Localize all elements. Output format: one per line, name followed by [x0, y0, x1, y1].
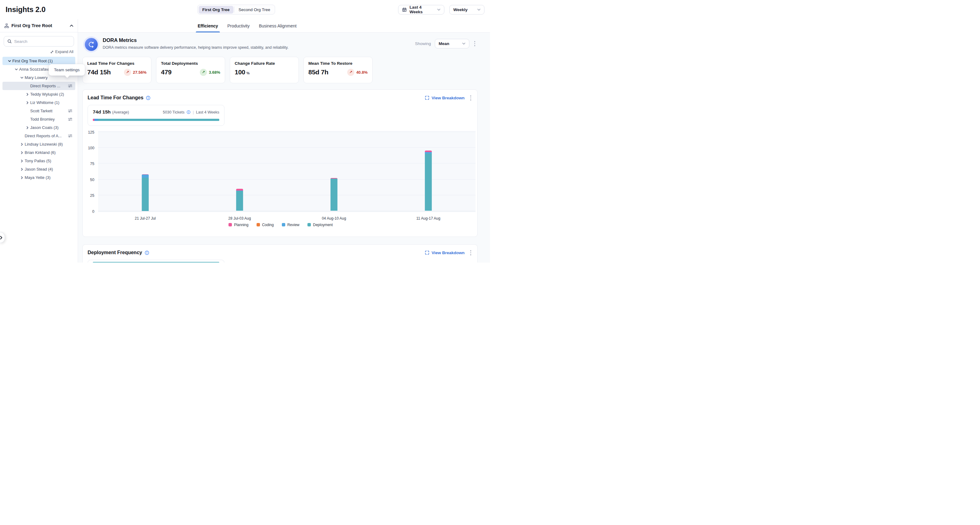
tree-expand-icon[interactable]	[19, 143, 25, 146]
collapse-sidebar-icon[interactable]	[70, 24, 73, 27]
tab-productivity[interactable]: Productivity	[227, 19, 250, 32]
tree-item-label: Direct Reports ...	[30, 84, 60, 88]
tree-expand-icon[interactable]	[19, 167, 25, 171]
showing-value: Mean	[439, 41, 450, 46]
trend-delta: 3.68%	[209, 70, 220, 75]
date-range-value: Last 4 Weeks	[409, 5, 432, 14]
metric-card: Lead Time For Changes74d 15h↗27.56%	[82, 57, 151, 83]
tab-business-alignment[interactable]: Business Alignment	[259, 19, 297, 32]
summary-bar-segment-deployment	[98, 119, 219, 121]
team-settings-icon[interactable]	[68, 108, 72, 113]
toggle-divider	[234, 6, 234, 13]
tree-expand-icon[interactable]	[25, 101, 30, 105]
trend-up-arrow-icon: ↗	[200, 69, 207, 76]
tree-item-label: Tony Pallas (5)	[25, 159, 51, 163]
tree-expand-icon[interactable]	[25, 92, 30, 96]
org-tree-toggle: First Org TreeSecond Org Tree	[197, 5, 275, 14]
chart-gridline	[98, 179, 476, 180]
legend-item-review[interactable]: Review	[282, 223, 299, 227]
metric-card: Mean Time To Restore85d 7h↗40.8%	[304, 57, 372, 83]
view-breakdown-button[interactable]: View Breakdown	[425, 95, 465, 100]
legend-swatch	[282, 223, 285, 226]
tree-expand-icon[interactable]	[19, 151, 25, 154]
org-toggle-second[interactable]: Second Org Tree	[235, 6, 274, 14]
legend-label: Planning	[234, 223, 248, 227]
tree-item[interactable]: Direct Reports of A...	[2, 132, 75, 140]
tree-collapse-icon[interactable]	[19, 76, 25, 80]
tree-item[interactable]: Brian Kirkland (6)	[2, 148, 75, 157]
trend-up-arrow-icon: ↗	[347, 69, 354, 76]
granularity-select[interactable]: Weekly	[449, 5, 484, 14]
search-input[interactable]	[14, 39, 70, 44]
showing-label: Showing	[415, 41, 431, 46]
dora-title: DORA Metrics	[103, 37, 289, 43]
metric-card-value: 74d 15h	[87, 68, 111, 76]
y-tick-label: 75	[90, 162, 94, 166]
summary-bar-segment-review	[94, 119, 98, 121]
legend-item-planning[interactable]: Planning	[229, 223, 248, 227]
tree-item[interactable]: Teddy Wylupski (2)	[2, 90, 75, 99]
x-tick-label: 11 Aug-17 Aug	[416, 216, 440, 221]
tree-collapse-icon[interactable]	[14, 68, 19, 71]
legend-item-deployment[interactable]: Deployment	[307, 223, 333, 227]
dora-menu-kebab-icon[interactable]	[473, 40, 477, 48]
tree-item[interactable]: Lindsay Liszewski (8)	[2, 140, 75, 148]
lead-time-kebab-icon[interactable]	[469, 94, 473, 102]
deployment-frequency-bar	[93, 262, 219, 263]
legend-swatch	[307, 223, 311, 226]
tree-item[interactable]: Jason Coats (3)	[2, 123, 75, 132]
stacked-bar[interactable]	[331, 178, 338, 211]
date-range-select[interactable]: Last 4 Weeks	[398, 5, 444, 14]
chart-legend: PlanningCodingReviewDeployment	[86, 223, 476, 227]
showing-select[interactable]: Mean	[435, 39, 469, 48]
info-icon[interactable]	[146, 95, 151, 100]
deployment-frequency-kebab-icon[interactable]	[469, 249, 473, 257]
team-settings-icon[interactable]	[68, 84, 72, 88]
tab-bar: EfficiencyProductivityBusiness Alignment	[78, 19, 490, 33]
org-toggle-first[interactable]: First Org Tree	[199, 6, 234, 14]
x-tick-label: 28 Jul-03 Aug	[228, 216, 251, 221]
tree-item[interactable]: Maya Yette (3)	[2, 173, 75, 182]
summary-tickets: 5030 Tickets	[163, 110, 185, 115]
tree-expand-icon[interactable]	[25, 126, 30, 130]
stacked-bar[interactable]	[142, 174, 149, 211]
tree-item[interactable]: Todd Bromley	[2, 115, 75, 123]
y-tick-label: 25	[90, 193, 94, 198]
team-settings-icon[interactable]	[68, 117, 72, 121]
tree-item[interactable]: Tony Pallas (5)	[2, 157, 75, 165]
view-breakdown-label: View Breakdown	[431, 250, 465, 255]
legend-item-coding[interactable]: Coding	[256, 223, 274, 227]
tab-efficiency[interactable]: Efficiency	[198, 19, 218, 32]
legend-label: Deployment	[313, 223, 333, 227]
metric-card-title: Lead Time For Changes	[87, 61, 146, 66]
tree-item[interactable]: Liz Whittome (1)	[2, 99, 75, 107]
bar-segment-deployment	[331, 178, 338, 211]
dora-metric-cards: Lead Time For Changes74d 15h↗27.56%Total…	[82, 57, 478, 83]
tree-collapse-icon[interactable]	[7, 59, 12, 63]
bar-segment-deployment	[425, 154, 432, 211]
tree-expand-icon[interactable]	[19, 159, 25, 163]
tree-item[interactable]: First Org Tree Root (1)	[2, 57, 75, 65]
view-breakdown-button[interactable]: View Breakdown	[425, 250, 465, 255]
expand-all-button[interactable]: Expand All	[2, 50, 73, 54]
tree-item-label: Mary Lowery	[25, 75, 48, 80]
tree-item[interactable]: Direct Reports ...	[2, 82, 75, 90]
tree-item[interactable]: Jason Stead (4)	[2, 165, 75, 173]
chevron-down-icon	[437, 9, 440, 11]
team-settings-icon[interactable]	[68, 134, 72, 138]
breakdown-expand-icon	[425, 95, 429, 100]
sidebar-title: First Org Tree Root	[11, 23, 52, 28]
tree-item-label: Maya Yette (3)	[25, 175, 51, 180]
tree-item[interactable]: Scott Tarkett	[2, 107, 75, 115]
metric-card-value: 479	[161, 68, 172, 76]
trend-delta: 27.56%	[133, 70, 146, 75]
y-axis: 0255075100125	[86, 131, 98, 212]
legend-swatch	[229, 223, 232, 226]
info-icon[interactable]	[186, 110, 191, 114]
trend-up-arrow-icon: ↗	[124, 69, 131, 76]
info-icon[interactable]	[145, 250, 149, 255]
stacked-bar[interactable]	[236, 189, 243, 211]
tree-expand-icon[interactable]	[19, 176, 25, 180]
stacked-bar[interactable]	[425, 151, 432, 211]
metric-card-value-row: 100%	[235, 68, 294, 76]
